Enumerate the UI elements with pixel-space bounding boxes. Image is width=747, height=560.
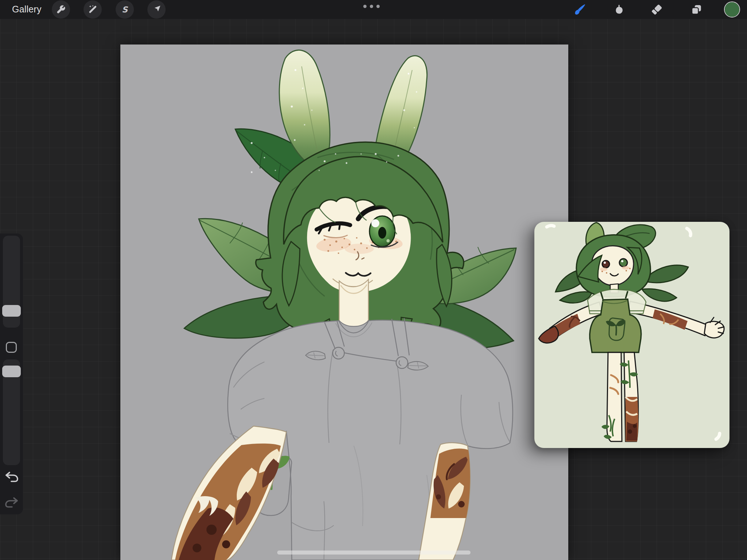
left-arm xyxy=(171,426,286,560)
selection-s-icon: S xyxy=(120,4,130,15)
active-color-swatch[interactable] xyxy=(724,1,740,18)
wrench-icon xyxy=(56,5,66,14)
canvas-options-button[interactable] xyxy=(363,5,380,8)
layers-button[interactable] xyxy=(689,3,703,16)
selection-button[interactable]: S xyxy=(116,0,134,19)
transform-arrow-icon xyxy=(151,4,162,15)
drawing-canvas[interactable] xyxy=(120,45,568,560)
reference-image-panel[interactable] xyxy=(534,222,729,448)
layers-icon xyxy=(690,3,703,16)
adjustments-button[interactable] xyxy=(84,0,102,19)
paint-tool-button[interactable] xyxy=(573,3,587,16)
smudge-icon xyxy=(613,3,625,16)
eraser-icon xyxy=(651,3,663,16)
neck xyxy=(339,279,368,330)
smudge-tool-button[interactable] xyxy=(612,3,626,16)
ellipsis-dot xyxy=(376,5,380,8)
undo-icon xyxy=(5,471,19,482)
top-toolbar: Gallery S xyxy=(0,0,747,19)
home-indicator-bar[interactable] xyxy=(277,551,471,555)
undo-button[interactable] xyxy=(5,471,19,482)
eraser-tool-button[interactable] xyxy=(650,3,664,16)
canvas-artwork xyxy=(120,45,568,560)
ellipsis-dot xyxy=(370,5,373,8)
magic-wand-icon xyxy=(88,5,97,14)
actions-button[interactable] xyxy=(52,0,70,19)
ellipsis-dot xyxy=(363,5,367,8)
redo-icon xyxy=(5,497,19,508)
gallery-button[interactable]: Gallery xyxy=(12,4,42,15)
redo-button[interactable] xyxy=(5,497,19,508)
modify-button[interactable] xyxy=(6,342,17,353)
reference-artwork xyxy=(534,222,729,448)
swatch-fill xyxy=(725,2,739,17)
transform-button[interactable] xyxy=(147,0,166,19)
paint-brush-icon xyxy=(573,3,587,16)
svg-text:S: S xyxy=(122,5,128,14)
sidebar-panel xyxy=(0,233,23,514)
brush-size-handle[interactable] xyxy=(2,305,21,317)
opacity-handle[interactable] xyxy=(2,366,21,377)
